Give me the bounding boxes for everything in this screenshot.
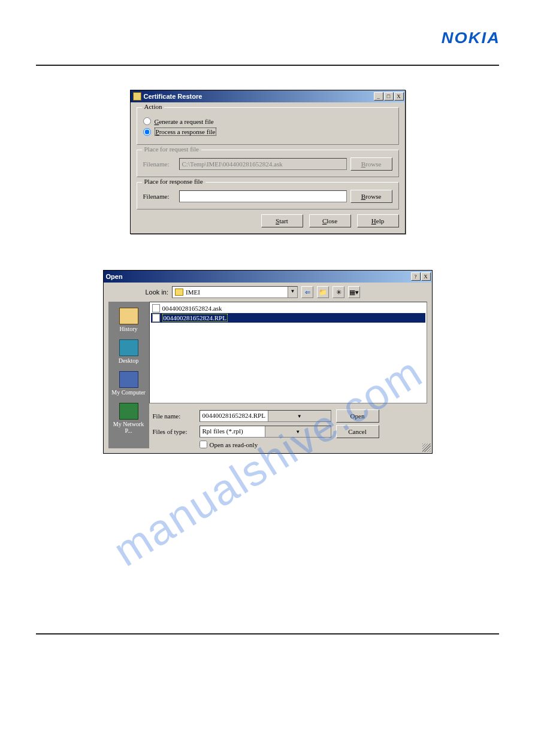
radio-process-response[interactable]: Process a response file — [143, 127, 392, 136]
history-icon — [119, 308, 138, 324]
radio-process-label: rocess a response file — [159, 128, 216, 135]
radio-generate-input[interactable] — [143, 117, 151, 125]
close-dialog-button[interactable]: Close — [309, 214, 351, 227]
response-browse-button[interactable]: Browse — [350, 190, 392, 203]
minimize-button[interactable]: _ — [374, 92, 383, 101]
request-file-group: Filename: Browse — [137, 150, 399, 177]
place-mynetwork-label: My Network P... — [113, 421, 144, 434]
certificate-restore-dialog: Certificate Restore _ □ X Generate a req… — [130, 90, 406, 234]
response-filename-label: Filename: — [143, 193, 176, 200]
lookin-label: Look in: — [146, 289, 169, 296]
back-icon[interactable]: ⇐ — [301, 286, 313, 298]
footer-divider — [36, 633, 499, 634]
open-dialog: Open ? X Look in: IMEI ▼ ⇐ 📁 ✳ — [103, 270, 433, 454]
readonly-label: Open as read-only — [210, 441, 258, 448]
views-icon[interactable]: ▦▾ — [348, 286, 360, 298]
request-filename-label: Filename: — [143, 160, 176, 168]
readonly-checkbox[interactable] — [200, 441, 207, 448]
place-desktop[interactable]: Desktop — [111, 337, 147, 366]
filetype-label: Files of type: — [153, 428, 195, 435]
close-button[interactable]: X — [394, 92, 404, 101]
resize-grip[interactable] — [422, 444, 431, 452]
response-file-group: Filename: Browse — [137, 182, 399, 210]
up-folder-icon[interactable]: 📁 — [317, 286, 329, 298]
lookin-combo[interactable]: IMEI ▼ — [172, 286, 298, 298]
start-button[interactable]: Start — [261, 214, 303, 227]
network-icon — [119, 403, 138, 420]
request-filename-input — [179, 158, 347, 170]
new-folder-icon[interactable]: ✳ — [333, 286, 344, 298]
place-history[interactable]: History — [111, 305, 147, 335]
place-mynetwork[interactable]: My Network P... — [111, 400, 147, 436]
file-icon — [152, 304, 160, 312]
action-group: Generate a request file Process a respon… — [137, 107, 399, 145]
open-close-button[interactable]: X — [421, 272, 431, 281]
open-window-title: Open — [106, 273, 123, 280]
filetype-combo[interactable]: Rpl files (*.rpl) ▼ — [200, 426, 331, 438]
filename-label: File name: — [153, 412, 195, 420]
lookin-folder-name: IMEI — [186, 289, 288, 296]
place-mycomputer[interactable]: My Computer — [111, 369, 147, 398]
chevron-down-icon[interactable]: ▼ — [288, 287, 297, 297]
request-browse-button: Browse — [350, 157, 392, 171]
file-item-selected[interactable]: 004400281652824.RPL — [151, 313, 425, 323]
place-desktop-label: Desktop — [119, 357, 138, 364]
file-name: 004400281652824.ask — [162, 305, 222, 312]
open-button[interactable]: Open — [336, 409, 379, 423]
folder-icon — [175, 289, 183, 296]
place-mycomputer-label: My Computer — [111, 389, 145, 396]
open-titlebar[interactable]: Open ? X — [104, 271, 432, 283]
open-help-button[interactable]: ? — [411, 272, 421, 281]
maximize-button[interactable]: □ — [384, 92, 394, 101]
file-icon — [152, 314, 160, 322]
file-name: 004400281652824.RPL — [162, 314, 228, 322]
response-filename-input[interactable] — [179, 190, 347, 202]
filename-combo[interactable]: 004400281652824.RPL ▼ — [200, 410, 331, 422]
window-title: Certificate Restore — [144, 93, 202, 100]
help-button[interactable]: Help — [357, 214, 399, 227]
filename-value: 004400281652824.RPL — [200, 411, 268, 421]
computer-icon — [119, 371, 138, 388]
file-item[interactable]: 004400281652824.ask — [151, 303, 425, 313]
app-icon — [133, 92, 141, 101]
nokia-logo: NOKIA — [442, 29, 500, 47]
radio-generate-label: enerate a request file — [159, 118, 213, 125]
radio-generate-request[interactable]: Generate a request file — [143, 117, 392, 125]
file-list[interactable]: 004400281652824.ask 004400281652824.RPL — [149, 302, 427, 403]
filetype-value: Rpl files (*.rpl) — [200, 426, 265, 437]
place-history-label: History — [120, 326, 138, 332]
desktop-icon — [119, 339, 138, 356]
cancel-button[interactable]: Cancel — [336, 425, 379, 438]
chevron-down-icon[interactable]: ▼ — [268, 411, 331, 421]
titlebar[interactable]: Certificate Restore _ □ X — [131, 90, 405, 102]
chevron-down-icon[interactable]: ▼ — [265, 426, 331, 437]
radio-process-input[interactable] — [143, 128, 151, 136]
readonly-checkbox-row[interactable]: Open as read-only — [200, 441, 427, 448]
places-bar: History Desktop My Computer My Netw — [108, 302, 149, 448]
